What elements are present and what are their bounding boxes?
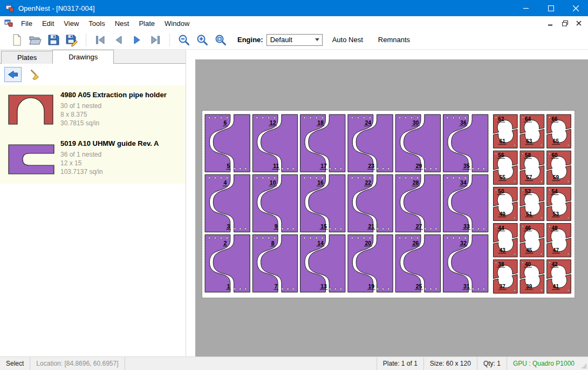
part-number[interactable]: 27 [416, 223, 422, 230]
part-number[interactable]: 33 [463, 223, 470, 230]
part-number[interactable]: 24 [365, 119, 371, 126]
part-number[interactable]: 34 [460, 179, 467, 186]
part-number[interactable]: 1 [227, 283, 230, 290]
part-number[interactable]: 63 [526, 138, 532, 144]
save-as-icon[interactable] [63, 32, 81, 48]
part-number[interactable]: 6 [223, 119, 227, 126]
part-number[interactable]: 21 [368, 223, 374, 230]
zoom-out-icon[interactable] [175, 32, 193, 48]
part-number[interactable]: 46 [525, 225, 531, 231]
new-file-icon[interactable] [8, 32, 26, 48]
part-number[interactable]: 48 [552, 225, 558, 231]
menu-edit[interactable]: Edit [37, 17, 59, 30]
part-number[interactable]: 61 [500, 138, 506, 144]
nav-prev-icon[interactable] [110, 32, 128, 48]
part-number[interactable]: 19 [368, 283, 374, 290]
menu-window[interactable]: Window [160, 17, 194, 30]
part-number[interactable]: 2 [223, 240, 227, 246]
minimize-icon[interactable] [514, 0, 538, 16]
part-number[interactable]: 59 [553, 174, 559, 180]
canvas-area[interactable]: 6512111817242330293635431091615222128273… [195, 59, 588, 356]
part-number[interactable]: 12 [270, 119, 276, 126]
auto-nest-button[interactable]: Auto Nest [327, 33, 368, 46]
drawing-item-2[interactable]: 5019 A10 UHMW guide Rev. A 36 of 1 neste… [0, 134, 186, 184]
zoom-fit-icon[interactable] [211, 32, 230, 48]
part-number[interactable]: 5 [227, 163, 230, 169]
part-number[interactable]: 17 [320, 163, 327, 169]
part-number[interactable]: 62 [498, 116, 504, 122]
part-number[interactable]: 58 [525, 152, 531, 158]
part-number[interactable]: 20 [365, 240, 371, 246]
part-number[interactable]: 66 [552, 116, 558, 122]
nav-last-icon[interactable] [146, 32, 165, 48]
part-number[interactable]: 41 [553, 284, 559, 290]
part-number[interactable]: 60 [552, 152, 558, 158]
part-number[interactable]: 64 [525, 116, 531, 122]
part-number[interactable]: 52 [525, 189, 531, 194]
dropdown-arrow-icon[interactable] [313, 35, 322, 45]
part-number[interactable]: 15 [320, 223, 327, 230]
zoom-in-icon[interactable] [193, 32, 211, 48]
part-number[interactable]: 43 [500, 247, 506, 253]
part-number[interactable]: 56 [498, 152, 504, 158]
part-number[interactable]: 31 [463, 283, 470, 290]
mdi-minimize-icon[interactable] [546, 19, 556, 28]
part-number[interactable]: 4 [223, 179, 227, 186]
part-number[interactable]: 30 [413, 119, 419, 126]
part-number[interactable]: 14 [317, 240, 324, 246]
part-number[interactable]: 9 [275, 223, 278, 230]
nav-first-icon[interactable] [91, 32, 110, 48]
nav-next-icon[interactable] [128, 32, 146, 48]
menu-plate[interactable]: Plate [134, 17, 160, 30]
menu-view[interactable]: View [59, 17, 84, 30]
remnants-button[interactable]: Remnants [373, 33, 415, 46]
part-number[interactable]: 8 [271, 240, 275, 246]
tab-drawings[interactable]: Drawings [52, 50, 114, 64]
part-number[interactable]: 23 [368, 163, 374, 169]
menu-file[interactable]: File [16, 17, 37, 30]
part-number[interactable]: 57 [526, 174, 532, 180]
clean-button[interactable] [27, 67, 44, 82]
menu-tools[interactable]: Tools [84, 17, 110, 30]
part-number[interactable]: 32 [460, 240, 467, 246]
part-number[interactable]: 13 [320, 283, 327, 290]
part-number[interactable]: 29 [416, 163, 422, 169]
part-number[interactable]: 49 [500, 211, 506, 217]
tab-plates[interactable]: Plates [1, 51, 53, 64]
part-number[interactable]: 42 [552, 261, 558, 267]
part-number[interactable]: 50 [498, 189, 504, 194]
maximize-icon[interactable] [538, 0, 563, 16]
menu-nest[interactable]: Nest [110, 17, 134, 30]
mdi-close-icon[interactable] [574, 19, 584, 28]
import-part-button[interactable] [4, 67, 22, 82]
part-number[interactable]: 40 [525, 261, 531, 267]
part-number[interactable]: 65 [553, 138, 559, 144]
part-number[interactable]: 51 [526, 211, 532, 217]
part-number[interactable]: 54 [552, 189, 558, 194]
part-number[interactable]: 53 [553, 211, 559, 217]
part-number[interactable]: 44 [498, 225, 504, 231]
part-number[interactable]: 11 [273, 163, 279, 169]
part-number[interactable]: 39 [526, 284, 532, 290]
part-number[interactable]: 35 [463, 163, 470, 169]
part-number[interactable]: 18 [317, 119, 324, 126]
mdi-restore-icon[interactable] [560, 19, 570, 28]
part-number[interactable]: 25 [416, 283, 422, 290]
part-number[interactable]: 7 [275, 283, 278, 290]
part-number[interactable]: 36 [460, 119, 467, 126]
close-icon[interactable] [563, 0, 588, 16]
resize-grip-icon[interactable] [580, 357, 588, 370]
part-number[interactable]: 55 [500, 174, 506, 180]
part-number[interactable]: 47 [553, 247, 559, 253]
part-number[interactable]: 3 [227, 223, 230, 230]
part-number[interactable]: 28 [413, 179, 419, 186]
save-icon[interactable] [44, 32, 63, 48]
part-number[interactable]: 45 [526, 247, 532, 253]
drawing-item-1[interactable]: 4980 A05 Extraction pipe holder 30 of 1 … [0, 85, 186, 134]
engine-select[interactable]: Default [266, 34, 323, 46]
open-folder-icon[interactable] [26, 32, 44, 48]
part-number[interactable]: 10 [270, 179, 276, 186]
part-number[interactable]: 16 [317, 179, 324, 186]
part-number[interactable]: 22 [365, 179, 371, 186]
part-number[interactable]: 26 [413, 240, 419, 246]
